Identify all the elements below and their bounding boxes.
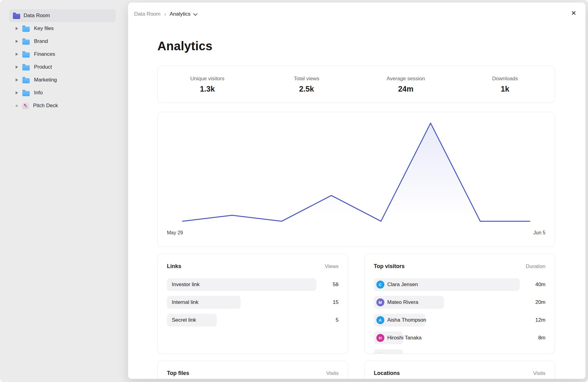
- sidebar-folder-list: Key files Brand Finances Product Mar: [0, 22, 128, 99]
- visitor-name: Mateo Rivera: [387, 299, 418, 305]
- sidebar-item-label: Data Room: [24, 13, 50, 19]
- sidebar-item-folder[interactable]: Key files: [9, 22, 116, 35]
- disclosure-triangle-icon[interactable]: [16, 27, 18, 30]
- bottom-cards-row: Top files Visits Locations Visits: [157, 361, 555, 379]
- stat-label: Unique visitors: [190, 76, 224, 82]
- visits-column-header: Visits: [326, 370, 338, 376]
- links-card-header: Links Views: [167, 263, 339, 270]
- bottom-card-header: Locations Visits: [374, 370, 546, 376]
- visitors-list: C Clara Jensen 40m M Mateo Rivera 20m A: [374, 278, 546, 354]
- breadcrumb-data-room[interactable]: Data Room: [134, 10, 160, 18]
- top-visitors-card-header: Top visitors Duration: [374, 263, 546, 270]
- bullet-icon: [16, 105, 18, 107]
- folder-icon: [13, 14, 20, 19]
- stat-value: 24m: [398, 85, 413, 93]
- sidebar-item-folder[interactable]: Info: [9, 86, 116, 99]
- visitor-row[interactable]: [374, 349, 546, 354]
- visitor-duration-value: 20m: [535, 299, 545, 305]
- stat: Downloads 1k: [455, 76, 555, 93]
- visitor-duration-value: 8m: [538, 335, 545, 341]
- visitor-duration-value: 40m: [535, 282, 545, 288]
- folder-icon: [22, 91, 30, 96]
- breadcrumb: Data Room › Analytics: [134, 10, 577, 18]
- link-row[interactable]: Internal link 15: [167, 296, 339, 309]
- stat-label: Total views: [294, 76, 319, 82]
- link-label: Investor link: [172, 282, 200, 288]
- visitor-duration-value: 12m: [535, 317, 545, 323]
- visitor-row[interactable]: C Clara Jensen 40m: [374, 278, 546, 291]
- disclosure-triangle-icon[interactable]: [16, 91, 18, 94]
- sidebar-item-folder[interactable]: Marketing: [9, 74, 116, 86]
- visitor-name: Aisha Thompson: [387, 317, 426, 323]
- visitor-row[interactable]: A Aisha Thompson 12m: [374, 314, 546, 327]
- disclosure-triangle-icon[interactable]: [16, 66, 18, 69]
- chart-area-fill: [183, 123, 530, 222]
- folder-icon: [22, 27, 30, 32]
- sidebar-item-pitch-deck[interactable]: Pitch Deck: [9, 99, 116, 112]
- top-visitors-card: Top visitors Duration C Clara Jensen 40m: [364, 254, 555, 354]
- disclosure-triangle-icon[interactable]: [16, 78, 18, 81]
- analytics-modal: Data Room › Analytics ✕ Analytics Unique…: [128, 2, 586, 379]
- modal-header: Data Room › Analytics ✕: [128, 2, 586, 20]
- sidebar-item-label: Product: [34, 64, 52, 70]
- pitch-deck-thumbnail-icon: [22, 102, 29, 109]
- avatar: A: [376, 316, 384, 324]
- link-row[interactable]: Secret link 5: [167, 314, 339, 327]
- visitor-name: Clara Jensen: [387, 282, 418, 288]
- sidebar-item-label: Key files: [34, 25, 54, 32]
- link-label: Secret link: [172, 317, 196, 323]
- folder-icon: [22, 40, 30, 45]
- stat-label: Downloads: [492, 76, 518, 82]
- duration-column-header: Duration: [526, 263, 545, 270]
- links-card-title: Links: [167, 263, 181, 270]
- disclosure-triangle-icon[interactable]: [16, 53, 18, 56]
- visits-chart-card: May 29 Jun 5: [157, 112, 555, 247]
- page-title: Analytics: [157, 39, 555, 53]
- app-window: Data Room Key files Brand Finances: [0, 0, 588, 382]
- link-views-value: 15: [333, 299, 339, 305]
- sidebar-item-label: Marketing: [34, 77, 57, 83]
- sidebar-item-label: Brand: [34, 38, 48, 44]
- stat-label: Average session: [386, 76, 425, 82]
- avatar: C: [376, 281, 384, 289]
- stat: Total views 2.5k: [257, 76, 356, 93]
- folder-icon: [22, 78, 30, 83]
- middle-cards-row: Links Views Investor link 56 Internal li…: [157, 254, 555, 354]
- sidebar-item-folder[interactable]: Product: [9, 61, 116, 74]
- sidebar-item-label: Finances: [34, 51, 55, 57]
- x-axis-start-label: May 29: [167, 230, 183, 236]
- bottom-card: Top files Visits: [157, 361, 348, 379]
- breadcrumb-analytics[interactable]: Analytics: [170, 10, 190, 18]
- stat-value: 1.3k: [200, 85, 215, 93]
- link-views-value: 5: [336, 317, 338, 323]
- disclosure-triangle-icon[interactable]: [16, 40, 18, 43]
- views-column-header: Views: [325, 263, 338, 270]
- chevron-down-icon[interactable]: [193, 12, 198, 16]
- links-card: Links Views Investor link 56 Internal li…: [157, 254, 348, 354]
- x-axis-end-label: Jun 5: [533, 230, 545, 236]
- link-row[interactable]: Investor link 56: [167, 278, 339, 291]
- link-views-value: 56: [333, 282, 339, 288]
- links-list: Investor link 56 Internal link 15 Secret…: [167, 278, 339, 327]
- sidebar-item-folder[interactable]: Brand: [9, 35, 116, 48]
- chart-line: [183, 123, 530, 221]
- sidebar-item-data-room[interactable]: Data Room: [9, 9, 116, 22]
- stat-value: 1k: [501, 85, 509, 93]
- visitor-row[interactable]: M Mateo Rivera 20m: [374, 296, 546, 309]
- close-button[interactable]: ✕: [570, 9, 578, 17]
- avatar: H: [376, 334, 384, 342]
- stat: Average session 24m: [356, 76, 455, 93]
- sidebar-item-label: Info: [34, 90, 43, 96]
- bottom-card-header: Top files Visits: [167, 370, 339, 376]
- visitor-row[interactable]: H Hiroshi Tanaka 8m: [374, 331, 546, 344]
- stat: Unique visitors 1.3k: [158, 76, 257, 93]
- folder-icon: [22, 65, 30, 70]
- top-visitors-card-title: Top visitors: [374, 263, 405, 270]
- sidebar-item-label: Pitch Deck: [33, 103, 58, 109]
- stat-value: 2.5k: [299, 85, 314, 93]
- bottom-card-title: Top files: [167, 370, 189, 376]
- modal-content: Analytics Unique visitors 1.3k Total vie…: [128, 39, 586, 379]
- sidebar-item-folder[interactable]: Finances: [9, 48, 116, 61]
- avatar: M: [376, 298, 384, 306]
- visits-column-header: Visits: [533, 370, 545, 376]
